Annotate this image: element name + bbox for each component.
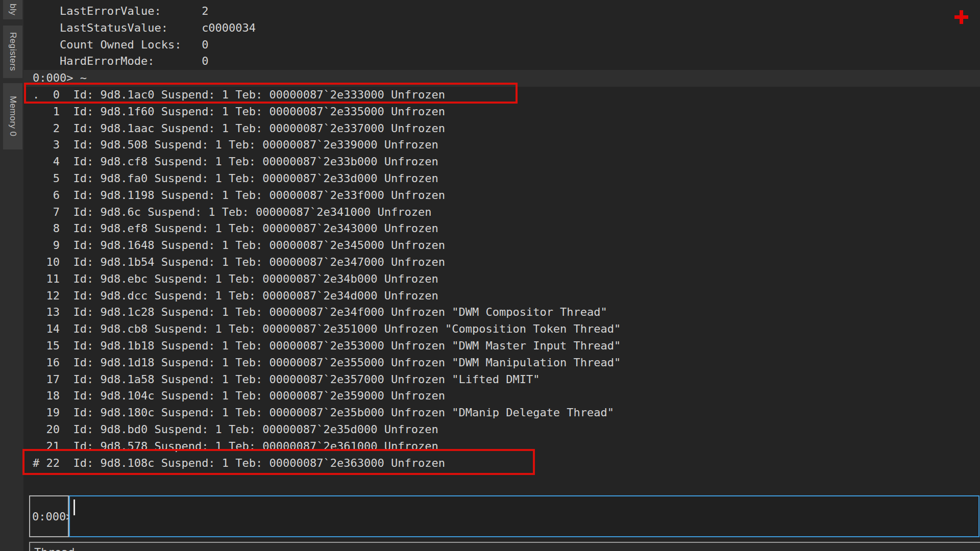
thread-row: 9 Id: 9d8.1648 Suspend: 1 Teb: 00000087`…	[23, 237, 980, 254]
info-line: LastStatusValue: c0000034	[23, 20, 980, 37]
info-line: HardErrorMode: 0	[23, 53, 980, 70]
command-prompt-text: 0:000>	[32, 510, 72, 523]
plus-marker-icon	[954, 10, 968, 24]
thread-row: 16 Id: 9d8.1d18 Suspend: 1 Teb: 00000087…	[23, 355, 980, 371]
prompt-line: 0:000> ~	[23, 70, 980, 87]
thread-row: 14 Id: 9d8.cb8 Suspend: 1 Teb: 00000087`…	[23, 321, 980, 338]
windbg-window: bly Registers Memory 0 LastErrorValue: 2…	[0, 0, 980, 551]
thread-row: 15 Id: 9d8.1b18 Suspend: 1 Teb: 00000087…	[23, 338, 980, 355]
thread-row: 13 Id: 9d8.1c28 Suspend: 1 Teb: 00000087…	[23, 304, 980, 321]
tab-registers-label: Registers	[8, 32, 18, 71]
info-line: LastErrorValue: 2	[23, 3, 980, 20]
tab-memory-0-label: Memory 0	[8, 96, 18, 137]
bottom-panel-clipped-label: Thread	[30, 543, 980, 551]
console-output: LastErrorValue: 2 LastStatusValue: c0000…	[23, 0, 980, 489]
thread-row: 8 Id: 9d8.ef8 Suspend: 1 Teb: 00000087`2…	[23, 220, 980, 237]
thread-row: 5 Id: 9d8.fa0 Suspend: 1 Teb: 00000087`2…	[23, 170, 980, 187]
tool-window-tab-rail: bly Registers Memory 0	[0, 0, 23, 551]
thread-row: 2 Id: 9d8.1aac Suspend: 1 Teb: 00000087`…	[23, 120, 980, 137]
thread-row: 11 Id: 9d8.ebc Suspend: 1 Teb: 00000087`…	[23, 271, 980, 288]
thread-row: 3 Id: 9d8.508 Suspend: 1 Teb: 00000087`2…	[23, 137, 980, 154]
thread-row: 10 Id: 9d8.1b54 Suspend: 1 Teb: 00000087…	[23, 254, 980, 271]
thread-row: 4 Id: 9d8.cf8 Suspend: 1 Teb: 00000087`2…	[23, 154, 980, 170]
thread-row: 6 Id: 9d8.1198 Suspend: 1 Teb: 00000087`…	[23, 187, 980, 204]
plus-marker-vertical-bar	[960, 10, 963, 24]
bottom-panel: Thread	[29, 542, 980, 551]
info-line: Count Owned Locks: 0	[23, 37, 980, 54]
command-input[interactable]	[69, 495, 979, 537]
thread-row: 7 Id: 9d8.6c Suspend: 1 Teb: 00000087`2e…	[23, 204, 980, 221]
thread-row: 17 Id: 9d8.1a58 Suspend: 1 Teb: 00000087…	[23, 371, 980, 388]
thread-row: 20 Id: 9d8.bd0 Suspend: 1 Teb: 00000087`…	[23, 421, 980, 438]
tab-memory-0[interactable]: Memory 0	[3, 83, 22, 149]
thread-row: 18 Id: 9d8.104c Suspend: 1 Teb: 00000087…	[23, 388, 980, 405]
thread-row: 21 Id: 9d8.578 Suspend: 1 Teb: 00000087`…	[23, 438, 980, 455]
thread-row: 19 Id: 9d8.180c Suspend: 1 Teb: 00000087…	[23, 405, 980, 421]
thread-row: 12 Id: 9d8.dcc Suspend: 1 Teb: 00000087`…	[23, 288, 980, 305]
thread-row: . 0 Id: 9d8.1ac0 Suspend: 1 Teb: 0000008…	[23, 87, 980, 104]
command-prompt-label: 0:000>	[29, 495, 69, 537]
text-caret	[74, 499, 75, 515]
thread-row: 1 Id: 9d8.1f60 Suspend: 1 Teb: 00000087`…	[23, 104, 980, 120]
tab-registers[interactable]: Registers	[3, 26, 22, 78]
thread-row: # 22 Id: 9d8.108c Suspend: 1 Teb: 000000…	[23, 455, 980, 472]
tab-disassembly-label: bly	[8, 4, 18, 15]
tab-disassembly[interactable]: bly	[3, 0, 22, 19]
